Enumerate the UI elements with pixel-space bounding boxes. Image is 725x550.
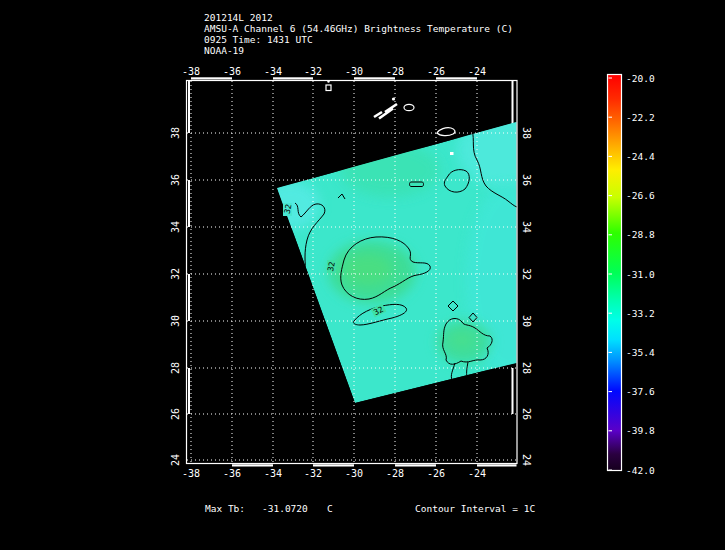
title-line-1: 201214L 2012 <box>204 12 273 23</box>
lat-tick-left-3: 32 <box>170 268 181 280</box>
colorbar-tick-label-6: -33.2 <box>626 308 655 319</box>
lat-tick-right-0: 38 <box>521 127 532 139</box>
max-tb-label: Max Tb: <box>205 503 245 514</box>
lon-tick-top-5: -28 <box>386 66 404 77</box>
colorbar-tick-label-8: -37.6 <box>626 386 655 397</box>
lon-tick-top-1: -36 <box>223 66 241 77</box>
lat-tick-right-4: 30 <box>521 315 532 327</box>
lon-tick-bottom-2: -34 <box>264 468 282 479</box>
lon-tick-top-6: -26 <box>427 66 445 77</box>
lon-tick-top-3: -32 <box>304 66 322 77</box>
title-line-3: 0925 Time: 1431 UTC <box>204 34 313 45</box>
title-line-2: AMSU-A Channel 6 (54.46GHz) Brightness T… <box>204 23 513 34</box>
swath-field <box>260 112 553 403</box>
lon-tick-top-7: -24 <box>468 66 486 77</box>
lat-tick-right-3: 32 <box>521 268 532 280</box>
lat-tick-left-4: 30 <box>170 315 181 327</box>
lat-tick-left-2: 34 <box>170 221 181 233</box>
lon-tick-bottom-7: -24 <box>468 468 486 479</box>
max-tb-value: -31.0720 <box>262 503 308 514</box>
lat-tick-left-1: 36 <box>170 174 181 186</box>
lon-tick-top-4: -30 <box>345 66 363 77</box>
lon-tick-top-0: -38 <box>182 66 200 77</box>
lon-tick-bottom-4: -30 <box>345 468 363 479</box>
lon-tick-bottom-5: -28 <box>386 468 404 479</box>
colorbar-tick-label-9: -39.8 <box>626 425 655 436</box>
colorbar-tick-label-3: -26.6 <box>626 190 655 201</box>
lat-tick-right-7: 24 <box>521 454 532 466</box>
contour-label-2: 32 <box>326 261 337 272</box>
colorbar-tick-label-2: -24.4 <box>626 151 655 162</box>
lat-tick-left-7: 24 <box>170 454 181 466</box>
island-santa-maria <box>450 152 454 155</box>
lon-tick-bottom-3: -32 <box>304 468 322 479</box>
lat-tick-left-0: 38 <box>170 127 181 139</box>
max-tb-unit: C <box>327 503 333 514</box>
island-graciosa <box>392 97 395 100</box>
island-terceira <box>404 104 414 110</box>
lat-tick-left-6: 26 <box>170 408 181 420</box>
colorbar-tick-label-0: -20.0 <box>626 73 655 84</box>
colorbar-tick-label-4: -28.8 <box>626 229 655 240</box>
lat-tick-right-6: 26 <box>521 408 532 420</box>
lon-tick-top-2: -34 <box>264 66 282 77</box>
lat-tick-right-2: 34 <box>521 221 532 233</box>
colorbar-tick-label-10: -42.0 <box>626 465 655 476</box>
lat-tick-right-5: 28 <box>521 362 532 374</box>
lon-tick-bottom-1: -36 <box>223 468 241 479</box>
screen: 32 32 32 201214L 2012 <box>0 0 725 550</box>
contour-interval-text: Contour Interval = 1C <box>415 503 535 514</box>
island-central-group <box>374 104 397 119</box>
island-flores <box>326 85 331 91</box>
colorbar <box>608 75 622 471</box>
lon-tick-bottom-0: -38 <box>182 468 200 479</box>
colorbar-tick-label-5: -31.0 <box>626 269 655 280</box>
island-sao-miguel <box>437 128 455 136</box>
colorbar-tick-label-7: -35.4 <box>626 347 655 358</box>
title-line-4: NOAA-19 <box>204 45 244 56</box>
lon-tick-bottom-6: -26 <box>427 468 445 479</box>
lat-tick-right-1: 36 <box>521 174 532 186</box>
colorbar-tick-label-1: -22.2 <box>626 112 655 123</box>
lat-tick-left-5: 28 <box>170 362 181 374</box>
colorbar-gradient <box>608 75 621 470</box>
island-corvo <box>327 80 329 82</box>
